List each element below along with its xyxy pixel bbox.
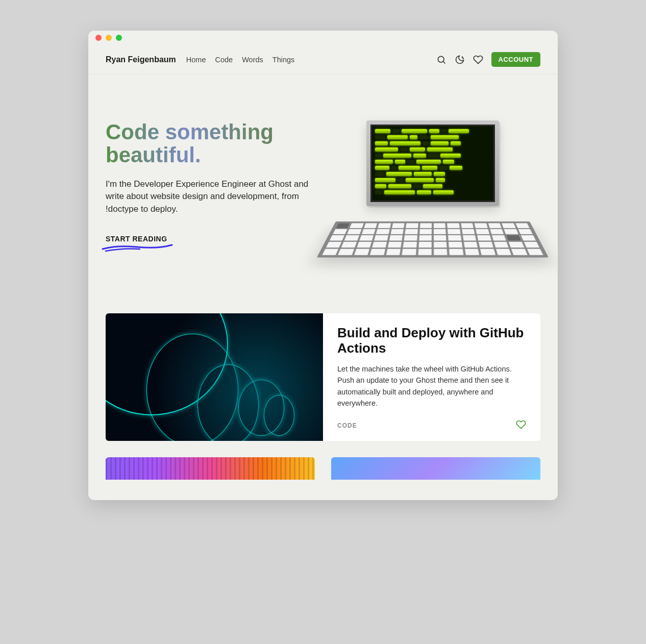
window-title-bar bbox=[88, 31, 558, 45]
grid-card-1[interactable] bbox=[106, 457, 315, 480]
underline-swoosh-icon bbox=[102, 242, 173, 252]
account-button[interactable]: ACCOUNT bbox=[491, 52, 541, 67]
nav-code[interactable]: Code bbox=[215, 56, 233, 64]
hero-subtitle: I'm the Developer Experience Engineer at… bbox=[106, 178, 310, 216]
screen-illustration bbox=[370, 125, 495, 202]
header-actions: ACCOUNT bbox=[436, 52, 541, 67]
heart-icon[interactable] bbox=[473, 55, 483, 65]
nav-words[interactable]: Words bbox=[242, 56, 263, 64]
window-maximize-button[interactable] bbox=[116, 35, 122, 41]
site-brand[interactable]: Ryan Feigenbaum bbox=[106, 55, 176, 64]
site-header: Ryan Feigenbaum Home Code Words Things A… bbox=[88, 45, 558, 75]
monitor-illustration bbox=[366, 120, 499, 206]
featured-card-footer: CODE bbox=[337, 419, 526, 432]
browser-window: Ryan Feigenbaum Home Code Words Things A… bbox=[88, 31, 558, 500]
heart-icon[interactable] bbox=[516, 419, 526, 432]
content-section: Build and Deploy with GitHub Actions Let… bbox=[88, 313, 558, 500]
svg-point-3 bbox=[463, 58, 463, 59]
featured-card-image bbox=[106, 313, 323, 441]
window-close-button[interactable] bbox=[95, 35, 102, 41]
featured-card[interactable]: Build and Deploy with GitHub Actions Let… bbox=[106, 313, 540, 441]
window-minimize-button[interactable] bbox=[106, 35, 112, 41]
featured-card-text: Let the machines take the wheel with Git… bbox=[337, 363, 526, 409]
svg-point-0 bbox=[438, 56, 444, 62]
svg-point-2 bbox=[462, 57, 462, 57]
svg-line-1 bbox=[443, 61, 445, 63]
hero-illustration bbox=[325, 120, 540, 283]
main-nav: Home Code Words Things bbox=[186, 56, 295, 64]
card-grid bbox=[106, 457, 540, 480]
hero-section: Code something beautiful. I'm the Develo… bbox=[88, 75, 558, 313]
featured-card-body: Build and Deploy with GitHub Actions Let… bbox=[323, 313, 540, 441]
grid-card-2[interactable] bbox=[331, 457, 540, 480]
nav-home[interactable]: Home bbox=[186, 56, 206, 64]
featured-card-title: Build and Deploy with GitHub Actions bbox=[337, 326, 526, 356]
featured-card-tag[interactable]: CODE bbox=[337, 422, 357, 429]
search-icon[interactable] bbox=[436, 55, 446, 65]
keyboard-illustration bbox=[336, 221, 530, 283]
hero-text: Code something beautiful. I'm the Develo… bbox=[106, 120, 310, 246]
dark-mode-icon[interactable] bbox=[455, 55, 465, 65]
start-reading-button[interactable]: START READING bbox=[106, 235, 167, 246]
hero-title: Code something beautiful. bbox=[106, 120, 310, 167]
nav-things[interactable]: Things bbox=[272, 56, 295, 64]
